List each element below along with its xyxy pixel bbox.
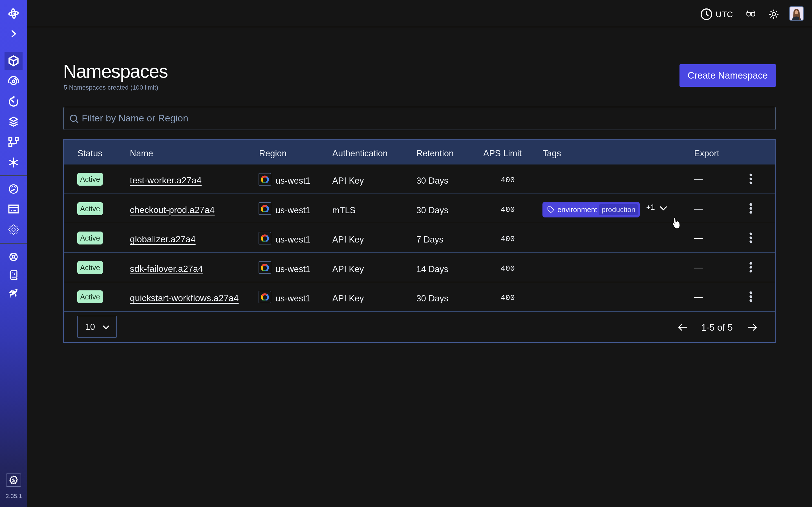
svg-text:$: $: [12, 478, 15, 483]
